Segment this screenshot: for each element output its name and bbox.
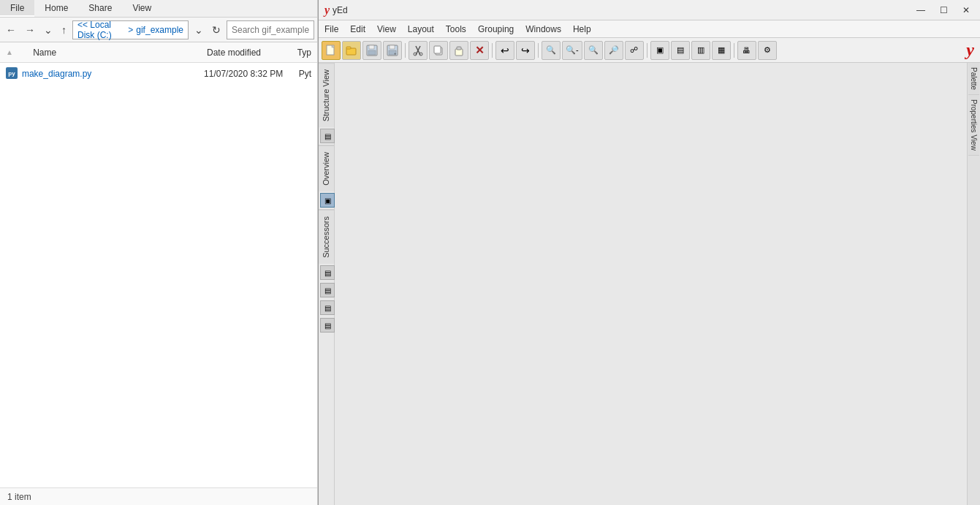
menu-grouping[interactable]: Grouping	[472, 22, 520, 37]
yed-window: y yEd — ☐ ✕ File Edit View Layout Tools …	[318, 0, 980, 505]
toolbar-sep-3	[538, 43, 539, 58]
yed-menubar: File Edit View Layout Tools Grouping Win…	[319, 20, 980, 38]
tab-view[interactable]: View	[122, 0, 162, 17]
file-list: py make_diagram.py 11/07/2020 8:32 PM Py…	[0, 63, 317, 487]
panel-icon-structure[interactable]: ▤	[320, 129, 335, 143]
search-input[interactable]	[232, 25, 309, 35]
svg-rect-8	[390, 45, 395, 49]
dropdown-button[interactable]: ⌄	[191, 23, 206, 37]
svg-text:+: +	[394, 51, 397, 56]
menu-edit[interactable]: Edit	[344, 22, 371, 37]
toolbar-paste[interactable]	[449, 41, 468, 60]
panel-icon-s1[interactable]: ▤	[320, 265, 335, 280]
panel-icon-s3[interactable]: ▤	[320, 300, 335, 315]
toolbar-settings[interactable]: ⚙	[758, 41, 777, 60]
toolbar-zoom-fit[interactable]: 🔍	[542, 41, 561, 60]
search-bar[interactable]	[227, 20, 314, 39]
status-text: 1 item	[7, 492, 31, 502]
toolbar-grid[interactable]: ▤	[671, 41, 690, 60]
col-name-header[interactable]: Name	[18, 48, 207, 58]
panel-tab-overview[interactable]: Overview	[319, 145, 334, 191]
toolbar-open[interactable]	[342, 41, 361, 60]
col-date-header[interactable]: Date modified	[207, 48, 297, 58]
toolbar-undo[interactable]: ↩	[495, 41, 514, 60]
toolbar-delete[interactable]: ✕	[470, 41, 489, 60]
maximize-button[interactable]: ☐	[935, 4, 952, 17]
panel-icon-overview[interactable]: ▣	[320, 193, 335, 208]
yed-titlebar: y yEd — ☐ ✕	[319, 0, 980, 20]
tab-share[interactable]: Share	[78, 0, 122, 17]
address-chevron: >	[128, 25, 133, 35]
up-button[interactable]: ↑	[58, 23, 69, 37]
toolbar-zoom-in[interactable]: 🔎	[604, 41, 623, 60]
column-headers: ▲ Name Date modified Typ	[0, 42, 317, 63]
svg-rect-3	[346, 47, 351, 49]
explorer-window: File Home Share View ← → ⌄ ↑ << Local Di…	[0, 0, 318, 505]
python-icon: py	[6, 67, 18, 79]
explorer-tabs: File Home Share View	[0, 0, 317, 18]
menu-tools[interactable]: Tools	[440, 22, 472, 37]
toolbar-overview[interactable]: ▦	[712, 41, 731, 60]
yed-window-controls: — ☐ ✕	[912, 4, 974, 17]
minimize-button[interactable]: —	[912, 4, 930, 17]
menu-file[interactable]: File	[319, 22, 344, 37]
tab-file[interactable]: File	[0, 0, 34, 17]
toolbar-zoom-out[interactable]: 🔍	[584, 41, 603, 60]
panel-tab-successors[interactable]: Successors	[319, 210, 334, 264]
panel-tab-properties[interactable]: Properties View	[968, 95, 979, 156]
svg-rect-16	[434, 46, 441, 53]
file-date: 11/07/2020 8:32 PM	[204, 69, 299, 79]
menu-layout[interactable]: Layout	[402, 22, 440, 37]
col-type-header[interactable]: Typ	[297, 48, 311, 58]
address-folder[interactable]: gif_example	[136, 25, 183, 35]
toolbar-sep-5	[734, 43, 734, 58]
toolbar-new[interactable]	[322, 41, 341, 60]
file-type: Pyt	[299, 69, 311, 79]
menu-windows[interactable]: Windows	[520, 22, 567, 37]
yed-side-panel: Palette Properties View	[967, 63, 980, 505]
select-all-checkbox[interactable]: ▲	[6, 48, 13, 56]
file-item[interactable]: py make_diagram.py 11/07/2020 8:32 PM Py…	[0, 64, 317, 83]
close-button[interactable]: ✕	[958, 4, 974, 17]
toolbar-print[interactable]: 🖶	[737, 41, 756, 60]
yed-toolbar: + ✕ ↩ ↪ 🔍 🔍- 🔍 🔎 ☍ ▣ ▤ ▥ ▦	[319, 38, 980, 63]
yed-canvas[interactable]	[335, 63, 967, 505]
panel-tab-palette[interactable]: Palette	[968, 63, 979, 95]
file-name[interactable]: make_diagram.py	[22, 69, 204, 79]
yed-title: y yEd	[324, 4, 348, 17]
yed-left-panels: Structure View ▤ Overview ▣ Successors ▤…	[319, 63, 335, 505]
toolbar-copy[interactable]	[429, 41, 448, 60]
status-bar: 1 item	[0, 487, 317, 505]
tab-home[interactable]: Home	[34, 0, 78, 17]
recent-button[interactable]: ⌄	[41, 23, 56, 37]
toolbar-sep-1	[405, 43, 406, 58]
menu-view[interactable]: View	[371, 22, 402, 37]
toolbar-zoom-100[interactable]: ☍	[625, 41, 644, 60]
yed-app-icon: y	[324, 4, 330, 17]
panel-icon-s4[interactable]: ▤	[320, 318, 335, 333]
address-prefix[interactable]: << Local Disk (C:)	[77, 20, 125, 40]
address-bar: ← → ⌄ ↑ << Local Disk (C:) > gif_example…	[0, 18, 317, 42]
toolbar-save[interactable]	[362, 41, 381, 60]
file-icon: py	[6, 67, 19, 80]
toolbar-save-as[interactable]: +	[383, 41, 402, 60]
toolbar-snap[interactable]: ▥	[691, 41, 710, 60]
toolbar-redo[interactable]: ↪	[516, 41, 535, 60]
yed-main: Structure View ▤ Overview ▣ Successors ▤…	[319, 63, 980, 505]
svg-rect-6	[368, 50, 376, 55]
svg-rect-5	[369, 45, 374, 49]
toolbar-zoom-minus[interactable]: 🔍-	[562, 41, 582, 60]
svg-rect-18	[457, 47, 461, 50]
toolbar-cut[interactable]	[409, 41, 428, 60]
refresh-button[interactable]: ↻	[209, 23, 224, 37]
panel-icon-s2[interactable]: ▤	[320, 283, 335, 297]
toolbar-sep-2	[492, 43, 493, 58]
yed-app-name: yEd	[333, 5, 348, 15]
forward-button[interactable]: →	[22, 23, 38, 37]
toolbar-fit-page[interactable]: ▣	[650, 41, 669, 60]
menu-help[interactable]: Help	[567, 22, 597, 37]
panel-tab-structure[interactable]: Structure View	[319, 63, 334, 127]
address-path[interactable]: << Local Disk (C:) > gif_example	[72, 20, 189, 39]
toolbar-sep-4	[647, 43, 647, 58]
back-button[interactable]: ←	[3, 23, 19, 37]
